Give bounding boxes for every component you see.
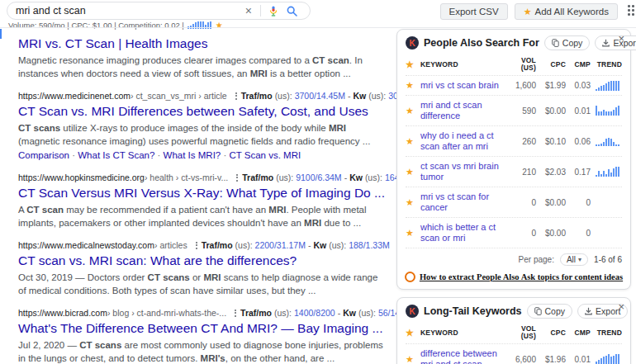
result-breadcrumb: › articles [154, 240, 187, 250]
export-button[interactable]: Export [595, 35, 636, 50]
traffic-label: Traf/mo [241, 91, 273, 101]
copy-button[interactable]: Copy [527, 304, 573, 319]
volume-value: 0 [508, 229, 536, 238]
stats-separator: - [344, 173, 348, 182]
vol-column-header: VOL(US) [508, 57, 536, 72]
result-title-link[interactable]: CT Scan Versus MRI Versus X-Ray: What Ty… [18, 185, 390, 201]
search-result: https://www.medicalnewstoday.com › artic… [18, 240, 390, 297]
keyword-column-header: KEYWORD [420, 329, 505, 337]
kw-value[interactable]: 188/1.33M [349, 240, 390, 250]
add-keyword-star-icon[interactable]: ★ [406, 167, 417, 177]
keywords-everywhere-logo: K [406, 36, 419, 50]
per-page-select[interactable]: All ▾ [560, 253, 588, 266]
add-keyword-star-icon[interactable]: ★ [406, 354, 417, 364]
result-breadcrumb: › blog › ct-and-mri-whats-the-... [107, 308, 226, 318]
microphone-icon[interactable] [264, 6, 282, 17]
panel-title: People Also Search For [424, 37, 539, 49]
more-options-icon[interactable] [235, 310, 236, 317]
result-snippet: Oct 30, 2019 — Doctors order CT scans or… [18, 271, 383, 297]
traffic-region: (us): [235, 240, 253, 250]
result-url[interactable]: https://www.medicinenet.com [18, 91, 131, 101]
search-input[interactable] [16, 5, 240, 17]
kw-label: Kw [313, 240, 326, 250]
more-options-icon[interactable] [196, 242, 197, 249]
keyword-row: ★ why do i need a ct scan after an mri 2… [406, 125, 622, 156]
trend-sparkline [596, 354, 622, 364]
search-box[interactable]: × [7, 2, 311, 20]
close-icon[interactable]: × [618, 301, 624, 312]
trend-sparkline [596, 197, 622, 207]
add-keyword-star-icon[interactable]: ★ [406, 80, 417, 91]
keyword-metrics-text: Volume: 590/mo | CPC: $1.00 | Competitio… [8, 21, 184, 30]
copy-label: Copy [562, 38, 583, 48]
result-url[interactable]: https://www.hopkinsmedicine.org [18, 173, 145, 182]
export-label: Export [596, 306, 620, 316]
keyword-link[interactable]: ct scan vs mri brain tumor [420, 161, 505, 182]
add-all-keywords-button[interactable]: ★ Add All Keywords [515, 3, 618, 20]
traffic-label: Traf/mo [240, 308, 272, 318]
add-all-keywords-label: Add All Keywords [535, 7, 610, 17]
add-keyword-star-icon[interactable]: ★ [406, 106, 417, 116]
trend-sparkline [596, 167, 622, 177]
trend-sparkline [596, 106, 622, 116]
add-keyword-star-icon[interactable]: ★ [406, 228, 417, 239]
table-header: ★ KEYWORD VOL(US) CPC CMP TREND [406, 325, 622, 343]
star-icon: ★ [406, 328, 417, 338]
search-result: MRI vs. CT Scan | Health Images Magnetic… [18, 35, 390, 80]
copy-icon [552, 39, 559, 47]
trend-sparkline [596, 228, 622, 238]
cmp-value: 0.01 [569, 106, 591, 116]
favorite-star-icon[interactable]: ★ [216, 21, 223, 30]
result-url[interactable]: https://www.bicrad.com [18, 308, 107, 318]
volume-value: 6,600 [508, 355, 536, 364]
keyword-link[interactable]: mri vs ct scan for cancer [420, 191, 505, 213]
keyword-stats: Traf/mo (us): 1400/8200 - Kw (us): 56/14… [235, 308, 410, 318]
traffic-value[interactable]: 3700/14.45M [295, 91, 345, 101]
export-label: Export [613, 38, 636, 48]
download-icon [585, 307, 592, 315]
traffic-value[interactable]: 1400/8200 [294, 308, 335, 318]
stats-separator: - [308, 240, 311, 250]
result-sitelinks[interactable]: Comparison · What Is CT Scan? · What Is … [18, 149, 390, 162]
keyword-link[interactable]: mri vs ct scan brain [420, 80, 505, 91]
search-result: https://www.medicinenet.com › ct_scan_vs… [18, 91, 390, 162]
paa-howto-link[interactable]: How to extract People Also Ask topics fo… [406, 272, 622, 282]
result-title-link[interactable]: CT scan vs. MRI scan: What are the diffe… [18, 253, 390, 269]
clear-search-icon[interactable]: × [240, 5, 257, 17]
keyword-row: ★ mri vs ct scan brain 1,600 $1.99 0.03 [406, 75, 622, 95]
paa-link-text: How to extract People Also Ask topics fo… [420, 272, 623, 281]
volume-value: 210 [508, 168, 536, 177]
cpc-value: $0.00 [539, 198, 566, 207]
per-page-value: All [567, 255, 576, 264]
keyword-link[interactable]: why do i need a ct scan after an mri [420, 130, 505, 152]
traffic-value[interactable]: 9100/6.34M [296, 173, 341, 182]
cmp-value: 0.17 [569, 168, 591, 177]
keyword-link[interactable]: which is better a ct scan or mri [420, 222, 505, 243]
kw-region: (us): [329, 240, 346, 250]
panel-title: Long-Tail Keywords [424, 305, 522, 317]
kw-label: Kw [343, 308, 356, 318]
result-title-link[interactable]: What's The Difference Between CT And MRI… [18, 320, 390, 337]
search-icon[interactable] [282, 6, 301, 17]
add-keyword-star-icon[interactable]: ★ [406, 197, 417, 208]
keyword-link[interactable]: mri and ct scan difference [420, 100, 505, 121]
cpc-value: $0.10 [539, 137, 566, 146]
more-options-icon[interactable] [236, 174, 238, 182]
cmp-value: 0.06 [569, 137, 591, 146]
apps-grid-icon[interactable] [628, 5, 636, 16]
kw-region: (us): [365, 173, 382, 182]
result-snippet: Magnetic resonance imaging produces clea… [18, 54, 383, 80]
more-options-icon[interactable] [235, 92, 237, 100]
result-url[interactable]: https://www.medicalnewstoday.com [18, 240, 154, 250]
result-title-link[interactable]: MRI vs. CT Scan | Health Images [18, 35, 390, 52]
result-title-link[interactable]: CT Scan vs. MRI Differences between Safe… [18, 103, 390, 120]
close-icon[interactable]: × [618, 33, 624, 44]
keyword-link[interactable]: difference between mri and ct scan [420, 348, 505, 364]
kw-label: Kw [353, 91, 366, 101]
export-csv-button[interactable]: Export CSV [440, 3, 508, 20]
traffic-value[interactable]: 2200/31.17M [255, 240, 306, 250]
copy-button[interactable]: Copy [544, 35, 591, 50]
add-keyword-star-icon[interactable]: ★ [406, 136, 417, 147]
volume-value: 0 [508, 198, 536, 207]
cpc-column-header: CPC [539, 329, 566, 337]
